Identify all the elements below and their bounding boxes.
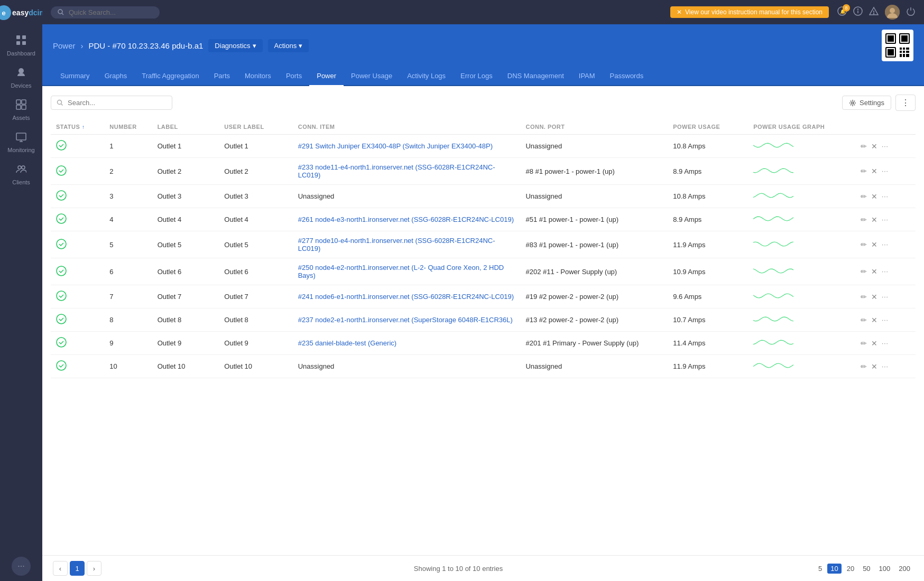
sidebar-item-assets[interactable]: Assets: [0, 94, 42, 126]
cell-conn-port: #201 #1 Primary - Power Supply (up): [520, 332, 668, 355]
svg-rect-2: [16, 41, 20, 45]
svg-rect-7: [16, 105, 21, 109]
sidebar-more-button[interactable]: ···: [12, 557, 31, 576]
tab-monitors[interactable]: Monitors: [237, 67, 279, 86]
row-more-button[interactable]: ···: [882, 340, 889, 347]
cell-status: [51, 185, 104, 208]
row-more-button[interactable]: ···: [882, 241, 889, 248]
row-more-button[interactable]: ···: [882, 143, 889, 150]
svg-rect-1: [22, 35, 26, 39]
conn-item-link[interactable]: #235 daniel-blade-test (Generic): [298, 339, 396, 347]
edit-button[interactable]: ✏: [861, 167, 867, 175]
actions-button[interactable]: Actions ▾: [268, 39, 309, 52]
conn-item-link[interactable]: #250 node4-e2-north1.ironserver.net (L-2…: [298, 264, 504, 279]
content-search[interactable]: [51, 96, 172, 110]
tab-ipam[interactable]: IPAM: [571, 67, 603, 86]
tab-traffic-aggregation[interactable]: Traffic Aggregation: [134, 67, 206, 86]
delete-button[interactable]: ✕: [871, 215, 877, 224]
cell-row-actions: ✏ ✕ ···: [855, 258, 916, 285]
edit-button[interactable]: ✏: [861, 316, 867, 324]
edit-button[interactable]: ✏: [861, 339, 867, 348]
tab-power[interactable]: Power: [309, 67, 344, 86]
edit-button[interactable]: ✏: [861, 293, 867, 301]
delete-button[interactable]: ✕: [871, 142, 877, 151]
conn-item-link[interactable]: #233 node11-e4-north1.ironserver.net (SS…: [298, 163, 495, 179]
video-banner-close[interactable]: ✕: [677, 8, 682, 16]
prev-page-button[interactable]: ‹: [53, 561, 68, 576]
tab-error-logs[interactable]: Error Logs: [453, 67, 500, 86]
tab-parts[interactable]: Parts: [207, 67, 237, 86]
status-ok-icon: [56, 165, 67, 176]
settings-button[interactable]: Settings: [842, 96, 891, 110]
per-page-100[interactable]: 100: [876, 564, 894, 574]
sidebar-item-monitoring[interactable]: Monitoring: [0, 126, 42, 158]
page-1-button[interactable]: 1: [70, 561, 85, 576]
conn-item-link[interactable]: #277 node10-e4-north1.ironserver.net (SS…: [298, 237, 495, 252]
edit-button[interactable]: ✏: [861, 142, 867, 151]
col-status[interactable]: STATUS ↑: [51, 119, 104, 135]
conn-item-link[interactable]: #261 node4-e3-north1.ironserver.net (SSG…: [298, 215, 514, 223]
search-input[interactable]: [69, 8, 153, 16]
avatar[interactable]: [885, 5, 900, 20]
notifications-icon[interactable]: 🔔 8: [837, 6, 847, 18]
row-more-button[interactable]: ···: [882, 293, 889, 301]
per-page-10[interactable]: 10: [827, 564, 841, 574]
info-icon[interactable]: [853, 6, 863, 18]
edit-button[interactable]: ✏: [861, 362, 867, 371]
row-more-button[interactable]: ···: [882, 193, 889, 200]
topbar: ✕ View our video instruction manual for …: [42, 0, 924, 24]
power-icon[interactable]: [906, 6, 916, 18]
row-more-button[interactable]: ···: [882, 316, 889, 324]
sidebar-item-devices[interactable]: Devices: [0, 62, 42, 94]
conn-item-link[interactable]: #291 Switch Juniper EX3400-48P (Switch J…: [298, 142, 493, 150]
delete-button[interactable]: ✕: [871, 240, 877, 249]
edit-button[interactable]: ✏: [861, 192, 867, 201]
search-box[interactable]: [51, 6, 160, 18]
edit-button[interactable]: ✏: [861, 240, 867, 249]
edit-button[interactable]: ✏: [861, 267, 867, 276]
more-options-button[interactable]: ⋮: [895, 95, 916, 111]
tab-dns-management[interactable]: DNS Management: [500, 67, 571, 86]
conn-item-link[interactable]: #237 node2-e1-north1.ironserver.net (Sup…: [298, 316, 513, 324]
tab-power-usage[interactable]: Power Usage: [344, 67, 400, 86]
content-search-input[interactable]: [68, 99, 163, 107]
delete-button[interactable]: ✕: [871, 192, 877, 201]
warning-icon[interactable]: [869, 6, 879, 18]
sidebar-item-clients[interactable]: Clients: [0, 158, 42, 191]
tab-passwords[interactable]: Passwords: [603, 67, 651, 86]
delete-button[interactable]: ✕: [871, 339, 877, 348]
row-more-button[interactable]: ···: [882, 268, 889, 275]
cell-number: 9: [104, 332, 152, 355]
tab-activity-logs[interactable]: Activity Logs: [400, 67, 453, 86]
per-page-50[interactable]: 50: [860, 564, 873, 574]
video-banner[interactable]: ✕ View our video instruction manual for …: [670, 6, 829, 18]
next-page-button[interactable]: ›: [87, 561, 101, 576]
cell-power-usage: 11.4 Amps: [668, 332, 748, 355]
status-ok-icon: [56, 314, 67, 324]
logo[interactable]: e easydcim: [0, 5, 46, 20]
cell-power-usage: 8.9 Amps: [668, 158, 748, 185]
delete-button[interactable]: ✕: [871, 167, 877, 175]
sidebar-item-monitoring-label: Monitoring: [7, 147, 34, 153]
dashboard-icon: [16, 35, 26, 48]
delete-button[interactable]: ✕: [871, 362, 877, 371]
per-page-20[interactable]: 20: [844, 564, 857, 574]
delete-button[interactable]: ✕: [871, 267, 877, 276]
tab-graphs[interactable]: Graphs: [97, 67, 135, 86]
breadcrumb-parent-link[interactable]: Power: [53, 41, 76, 50]
diagnostics-button[interactable]: Diagnostics ▾: [208, 39, 262, 52]
settings-icon: [849, 99, 856, 107]
per-page-200[interactable]: 200: [895, 564, 913, 574]
delete-button[interactable]: ✕: [871, 316, 877, 324]
per-page-5[interactable]: 5: [815, 564, 825, 574]
edit-button[interactable]: ✏: [861, 215, 867, 224]
tab-ports[interactable]: Ports: [279, 67, 309, 86]
svg-rect-5: [16, 100, 21, 104]
row-more-button[interactable]: ···: [882, 167, 889, 175]
tab-summary[interactable]: Summary: [53, 67, 97, 86]
row-more-button[interactable]: ···: [882, 363, 889, 370]
conn-item-link[interactable]: #241 node6-e1-north1.ironserver.net (SSG…: [298, 293, 514, 301]
row-more-button[interactable]: ···: [882, 216, 889, 223]
delete-button[interactable]: ✕: [871, 293, 877, 301]
sidebar-item-dashboard[interactable]: Dashboard: [0, 30, 42, 62]
